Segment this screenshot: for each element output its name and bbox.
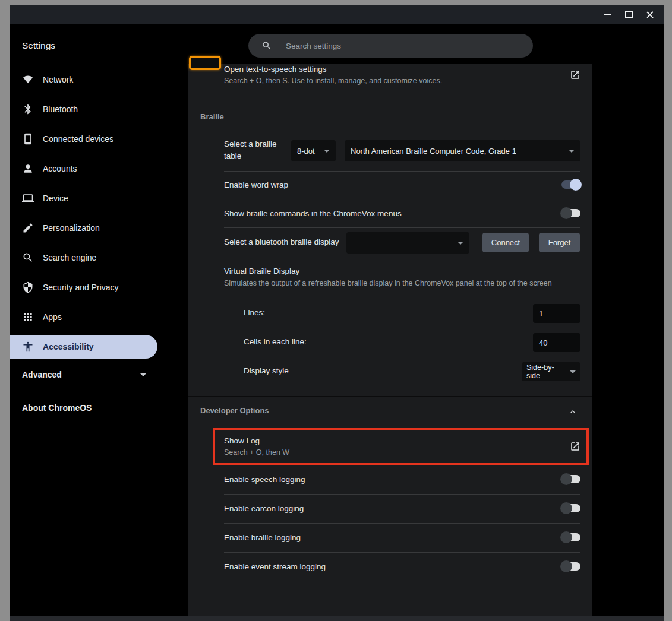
- chevron-down-icon: [458, 242, 463, 245]
- minimize-icon: [604, 14, 611, 15]
- laptop-icon: [22, 192, 34, 204]
- sidebar-item-network[interactable]: Network: [10, 68, 157, 91]
- event-stream-logging-label: Enable event stream logging: [224, 562, 326, 571]
- chevron-down-icon: [570, 370, 576, 373]
- person-icon: [22, 163, 34, 175]
- brush-icon: [22, 222, 34, 234]
- wifi-icon: [22, 74, 34, 85]
- forget-button[interactable]: Forget: [539, 233, 580, 252]
- tts-subtitle: Search + O, then S. Use to install, mana…: [224, 75, 442, 87]
- braille-table-select[interactable]: North American Braille Computer Code, Gr…: [345, 140, 580, 161]
- display-style-select[interactable]: Side-by-side: [522, 362, 580, 381]
- toggle-knob: [560, 531, 572, 543]
- lines-value: 1: [539, 309, 543, 318]
- sidebar-item-label: Accounts: [43, 164, 77, 173]
- sidebar-item-device[interactable]: Device: [10, 186, 157, 210]
- sidebar-item-accessibility[interactable]: Accessibility: [10, 335, 157, 359]
- advanced-label: Advanced: [22, 370, 62, 379]
- accessibility-person-icon: [22, 341, 34, 353]
- divider: [224, 552, 580, 553]
- show-log-title: Show Log: [224, 435, 289, 447]
- word-wrap-label: Enable word wrap: [224, 180, 288, 189]
- magnifier-icon: [22, 252, 34, 264]
- cells-row: Cells in each line: 40: [188, 333, 592, 352]
- show-log-row[interactable]: Show Log Search + O, then W: [224, 430, 580, 463]
- cells-label: Cells in each line:: [244, 337, 307, 346]
- sidebar-item-accounts[interactable]: Accounts: [10, 157, 157, 180]
- content-panel: Open text-to-speech settings Search + O,…: [188, 64, 592, 616]
- search-input[interactable]: Search settings: [248, 34, 533, 58]
- external-link-icon[interactable]: [570, 441, 580, 452]
- apps-grid-icon: [22, 311, 34, 323]
- bluetooth-display-row: Select a bluetooth braille display Conne…: [188, 232, 592, 254]
- connect-button[interactable]: Connect: [482, 233, 529, 252]
- close-icon: [646, 11, 654, 18]
- braille-commands-row: Show braille commands in the ChromeVox m…: [224, 202, 580, 224]
- braille-dot-select[interactable]: 8-dot: [291, 140, 336, 161]
- toggle-knob: [560, 502, 572, 514]
- word-wrap-toggle[interactable]: [561, 180, 580, 189]
- braille-table-value: North American Braille Computer Code, Gr…: [351, 147, 516, 156]
- divider: [224, 171, 580, 172]
- sidebar-item-about-chromeos[interactable]: About ChromeOS: [10, 396, 157, 420]
- minimize-button[interactable]: [603, 11, 611, 19]
- divider: [244, 328, 580, 328]
- tts-title: Open text-to-speech settings: [224, 64, 442, 75]
- page-title: Settings: [22, 40, 55, 52]
- sidebar-item-label: Security and Privacy: [43, 283, 119, 292]
- show-log-subtitle: Search + O, then W: [224, 447, 289, 458]
- search-placeholder: Search settings: [286, 42, 341, 50]
- sidebar-item-label: Network: [43, 75, 73, 84]
- sidebar-advanced-expander[interactable]: Advanced: [10, 363, 157, 386]
- external-link-icon[interactable]: [570, 69, 580, 80]
- lines-input[interactable]: 1: [533, 304, 580, 323]
- divider: [224, 227, 580, 228]
- bluetooth-display-select[interactable]: [346, 232, 469, 254]
- braille-commands-toggle[interactable]: [561, 209, 580, 217]
- cells-input[interactable]: 40: [533, 333, 580, 352]
- settings-window: Settings Search settings Network Bluetoo…: [10, 5, 664, 621]
- chevron-down-icon: [324, 150, 330, 153]
- sidebar-item-security-privacy[interactable]: Security and Privacy: [10, 275, 157, 299]
- braille-logging-row: Enable braille logging: [224, 526, 580, 549]
- divider: [224, 199, 580, 199]
- show-log-text: Show Log Search + O, then W: [224, 435, 289, 458]
- sidebar-item-connected-devices[interactable]: Connected devices: [10, 127, 157, 151]
- divider: [224, 494, 580, 495]
- sidebar-item-bluetooth[interactable]: Bluetooth: [10, 97, 157, 121]
- braille-table-row: Select a braille table 8-dot North Ameri…: [188, 136, 592, 166]
- developer-options-header: Developer Options: [200, 406, 269, 415]
- braille-table-label-wrap: Select a braille table: [224, 138, 283, 162]
- chevron-down-icon: [569, 150, 575, 153]
- sidebar-item-label: Connected devices: [43, 134, 113, 144]
- event-stream-logging-toggle[interactable]: [561, 562, 580, 571]
- braille-table-label: Select a braille table: [224, 138, 283, 162]
- event-stream-logging-row: Enable event stream logging: [224, 555, 580, 578]
- sidebar-item-label: Accessibility: [43, 342, 94, 351]
- sidebar-item-label: Device: [43, 194, 68, 203]
- sidebar-item-label: Search engine: [43, 253, 96, 262]
- maximize-button[interactable]: [624, 11, 633, 19]
- chevron-up-icon[interactable]: [569, 408, 576, 416]
- sidebar-item-apps[interactable]: Apps: [10, 305, 157, 329]
- display-style-value: Side-by-side: [526, 363, 567, 380]
- toggle-knob: [560, 473, 572, 485]
- speech-logging-row: Enable speech logging: [224, 468, 580, 490]
- speech-logging-toggle[interactable]: [561, 475, 580, 483]
- sidebar-item-search-engine[interactable]: Search engine: [10, 246, 157, 270]
- tts-text: Open text-to-speech settings Search + O,…: [224, 64, 442, 87]
- toggle-knob: [560, 560, 572, 572]
- tts-settings-row[interactable]: Open text-to-speech settings Search + O,…: [224, 64, 580, 87]
- earcon-logging-label: Enable earcon logging: [224, 504, 304, 513]
- sidebar-item-label: Personalization: [43, 223, 100, 233]
- braille-section-header: Braille: [200, 112, 224, 121]
- sidebar-item-personalization[interactable]: Personalization: [10, 216, 157, 240]
- about-label: About ChromeOS: [22, 403, 92, 413]
- focus-ring-annotation: [189, 56, 221, 70]
- display-style-row: Display style Side-by-side: [188, 362, 592, 381]
- close-button[interactable]: [646, 11, 654, 19]
- search-icon: [261, 40, 272, 51]
- earcon-logging-toggle[interactable]: [561, 504, 580, 512]
- divider: [224, 258, 580, 258]
- braille-logging-toggle[interactable]: [561, 533, 580, 541]
